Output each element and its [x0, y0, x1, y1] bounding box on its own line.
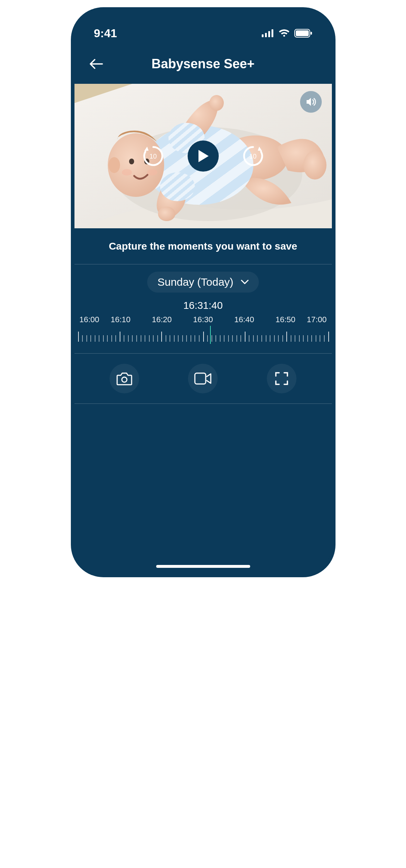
timeline-label: 16:40 [224, 315, 265, 324]
caption-text: Capture the moments you want to save [74, 228, 332, 264]
svg-rect-1 [265, 33, 267, 37]
timeline-label: 16:10 [100, 315, 141, 324]
fullscreen-icon [275, 372, 289, 385]
day-selector-label: Sunday (Today) [157, 276, 233, 288]
wifi-icon [278, 29, 290, 38]
camera-icon [116, 372, 132, 385]
svg-point-20 [122, 169, 132, 176]
timeline-label: 16:30 [183, 315, 224, 324]
video-player[interactable]: 10 10 [74, 84, 332, 228]
action-row [74, 354, 332, 404]
svg-point-12 [209, 95, 224, 111]
svg-rect-6 [311, 32, 312, 35]
speaker-button[interactable] [300, 91, 322, 113]
svg-point-18 [129, 159, 134, 164]
video-controls: 10 10 [141, 141, 266, 172]
timeline-cursor[interactable] [210, 326, 211, 344]
record-button[interactable] [188, 364, 218, 393]
timeline: 16:31:40 16:0016:1016:2016:3016:4016:501… [74, 300, 332, 354]
fullscreen-button[interactable] [267, 364, 296, 393]
status-bar: 9:41 [74, 22, 332, 44]
video-record-icon [194, 372, 211, 385]
device-frame: 9:41 Babysense See+ [71, 7, 336, 577]
svg-rect-0 [262, 34, 264, 37]
status-icons [262, 29, 312, 38]
back-button[interactable] [87, 55, 105, 73]
svg-rect-5 [296, 30, 309, 36]
skip-back-button[interactable]: 10 [141, 143, 166, 169]
timeline-current-time: 16:31:40 [74, 300, 332, 311]
skip-back-label: 10 [149, 153, 157, 160]
app-header: Babysense See+ [74, 44, 332, 84]
timeline-ruler[interactable] [78, 327, 328, 344]
timeline-label: 16:20 [141, 315, 183, 324]
timeline-labels: 16:0016:1016:2016:3016:4016:5017:00 [74, 311, 332, 326]
page-title: Babysense See+ [151, 56, 255, 72]
svg-point-15 [160, 172, 195, 201]
home-indicator[interactable] [156, 565, 250, 568]
svg-rect-3 [272, 29, 273, 37]
skip-forward-button[interactable]: 10 [240, 143, 266, 169]
timeline-label: 16:50 [265, 315, 306, 324]
day-selector[interactable]: Sunday (Today) [147, 272, 258, 293]
svg-rect-23 [195, 373, 206, 384]
timeline-label: 17:00 [306, 315, 328, 324]
svg-point-17 [108, 157, 120, 173]
chevron-down-icon [241, 280, 249, 285]
cellular-icon [262, 29, 274, 37]
play-button[interactable] [188, 141, 219, 172]
svg-point-22 [122, 377, 127, 382]
snapshot-button[interactable] [110, 364, 139, 393]
play-icon [197, 149, 209, 163]
svg-point-13 [158, 207, 175, 221]
status-time: 9:41 [94, 27, 117, 40]
svg-point-10 [303, 151, 326, 180]
skip-forward-label: 10 [249, 153, 256, 160]
battery-icon [294, 29, 312, 38]
timeline-label: 16:00 [78, 315, 100, 324]
speaker-icon [305, 96, 317, 108]
svg-rect-2 [268, 31, 270, 37]
arrow-left-icon [89, 59, 103, 69]
